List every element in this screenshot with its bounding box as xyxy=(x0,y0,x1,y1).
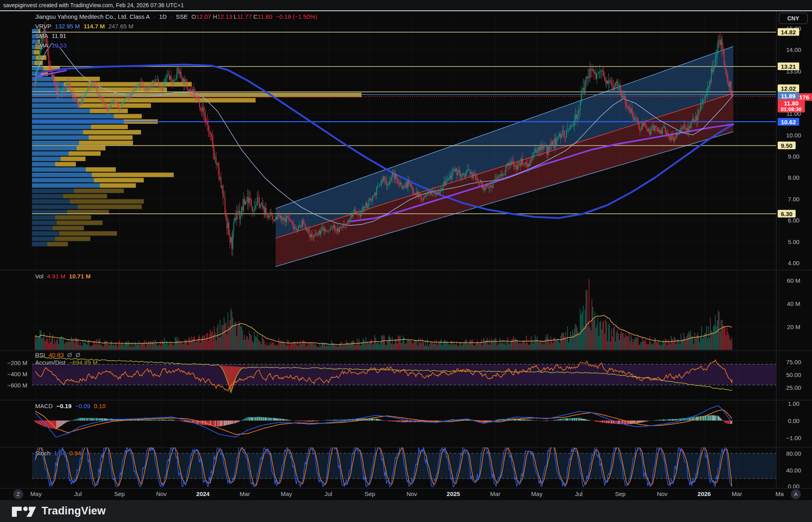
time-axis-tick: 2025 xyxy=(447,490,460,497)
attribution-text: savepiginvest created with TradingView.c… xyxy=(3,2,184,8)
price-scale-tick: 40.00 xyxy=(776,467,811,474)
price-label-13.21: 13.21 xyxy=(778,63,799,70)
price-label-11.89: 11.89 xyxy=(778,92,799,100)
price-scale[interactable]: CNY 688176 15.0014.0013.0011.0010.009.00… xyxy=(776,11,812,488)
chart-canvas[interactable] xyxy=(0,11,812,499)
price-label-14.82: 14.82 xyxy=(778,28,799,36)
price-scale-tick: 1.00 xyxy=(776,400,811,407)
price-scale-tick: 25.00 xyxy=(776,384,811,391)
chart-area[interactable]: Jiangsu Yahong Meditech Co., Ltd. Class … xyxy=(0,11,812,499)
tradingview-wordmark[interactable]: TradingView xyxy=(42,505,106,517)
price-label-11.80: 11.8001:08:30 xyxy=(778,99,805,113)
auto-scale-button[interactable]: A xyxy=(791,489,801,499)
price-scale-tick: 60 M xyxy=(776,277,811,284)
time-axis-tick: Mar xyxy=(240,490,250,497)
timezone-button[interactable]: Z xyxy=(13,489,23,499)
tradingview-logo-icon[interactable] xyxy=(11,504,37,519)
price-scale-tick: 7.00 xyxy=(776,196,811,202)
time-axis-tick: Jul xyxy=(575,490,582,497)
price-scale-tick: 8.00 xyxy=(776,174,811,181)
time-axis-tick: Sep xyxy=(615,490,626,497)
price-scale-tick: 0.00 xyxy=(776,417,811,424)
price-scale-tick: 6.00 xyxy=(776,217,811,224)
price-scale-tick: 75.00 xyxy=(776,359,811,365)
time-axis-tick: May xyxy=(30,490,42,497)
time-axis-tick: 2024 xyxy=(196,490,209,497)
accum-dist-scale-tick: −200 M xyxy=(7,359,30,366)
time-axis-tick: Mar xyxy=(732,490,742,497)
time-axis-tick: Nov xyxy=(407,490,417,497)
time-axis-tick: Nov xyxy=(657,490,668,497)
time-axis-tick: Jul xyxy=(324,490,332,497)
price-scale-tick: 80.00 xyxy=(776,450,811,457)
price-scale-tick: −1.00 xyxy=(776,435,811,441)
time-axis-tick: May xyxy=(281,490,292,497)
footer: TradingView xyxy=(0,500,812,522)
price-scale-tick: 5.00 xyxy=(776,238,811,245)
price-scale-tick: 10.00 xyxy=(776,132,811,139)
countdown-timer: 01:08:30 xyxy=(781,106,802,112)
time-axis-tick: Mar xyxy=(490,490,500,497)
time-axis-tick: Jul xyxy=(74,490,81,497)
time-axis-tick: Ma xyxy=(776,490,784,497)
price-scale-tick: 9.00 xyxy=(776,153,811,160)
price-scale-tick: 14.00 xyxy=(776,46,811,53)
accum-dist-scale-tick: −600 M xyxy=(7,382,30,389)
price-label-10.62: 10.62 xyxy=(778,118,799,126)
price-label-12.02: 12.02 xyxy=(778,85,799,92)
time-axis-tick: Nov xyxy=(156,490,167,497)
price-scale-tick: 40 M xyxy=(776,300,811,307)
time-axis-tick: Sep xyxy=(365,490,375,497)
price-scale-tick: 20 M xyxy=(776,324,811,330)
time-axis-tick: Sep xyxy=(114,490,125,497)
attribution-bar: savepiginvest created with TradingView.c… xyxy=(0,0,812,10)
tradingview-screenshot: savepiginvest created with TradingView.c… xyxy=(0,0,812,522)
currency-button[interactable]: CNY xyxy=(779,13,808,24)
accum-dist-scale-tick: −400 M xyxy=(7,371,30,377)
time-axis-tick: 2026 xyxy=(697,490,711,497)
price-label-9.50: 9.50 xyxy=(778,142,796,149)
time-axis-tick: May xyxy=(531,490,542,497)
price-scale-tick: 50.00 xyxy=(776,371,811,378)
time-axis[interactable]: Z A MayJulSepNov2024MarMayJulSepNov2025M… xyxy=(0,488,812,500)
price-scale-tick: 4.00 xyxy=(776,260,811,266)
price-label-6.30: 6.30 xyxy=(778,210,796,218)
